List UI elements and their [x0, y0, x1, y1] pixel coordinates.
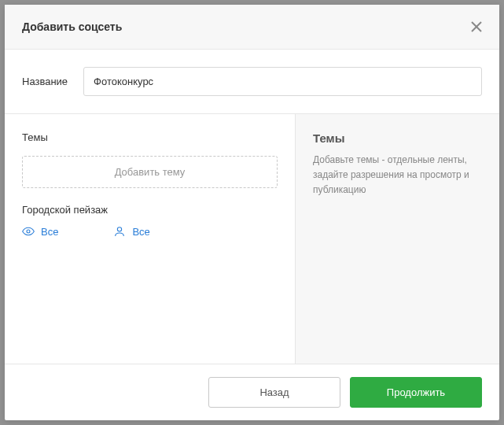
- theme-title: Городской пейзаж: [22, 204, 278, 216]
- author-permission[interactable]: Все: [113, 225, 149, 238]
- help-title: Темы: [313, 131, 482, 145]
- continue-button-label: Продолжить: [387, 386, 445, 398]
- svg-point-3: [118, 227, 122, 231]
- user-icon: [113, 225, 126, 238]
- close-button[interactable]: [471, 19, 482, 35]
- modal-body: Темы Добавить тему Городской пейзаж Все: [5, 114, 499, 364]
- themes-heading: Темы: [22, 131, 278, 143]
- continue-button[interactable]: Продолжить: [350, 377, 482, 408]
- view-permission-text: Все: [41, 226, 58, 238]
- back-button-label: Назад: [259, 386, 289, 398]
- theme-item: Городской пейзаж Все Все: [22, 204, 278, 238]
- eye-icon: [22, 225, 35, 238]
- add-theme-label: Добавить тему: [115, 166, 186, 178]
- modal-header: Добавить соцсеть: [5, 5, 499, 50]
- svg-point-2: [27, 230, 30, 233]
- author-permission-text: Все: [132, 226, 149, 238]
- add-social-modal: Добавить соцсеть Название Темы Добавить …: [5, 5, 499, 420]
- close-icon: [471, 18, 482, 35]
- modal-title: Добавить соцсеть: [22, 20, 122, 33]
- back-button[interactable]: Назад: [208, 377, 340, 408]
- modal-footer: Назад Продолжить: [5, 364, 499, 420]
- help-description: Добавьте темы - отдельные ленты, задайте…: [313, 153, 482, 198]
- theme-permissions: Все Все: [22, 225, 278, 238]
- name-label: Название: [22, 76, 68, 87]
- name-input[interactable]: [83, 67, 482, 96]
- name-section: Название: [5, 50, 499, 114]
- add-theme-button[interactable]: Добавить тему: [22, 156, 278, 188]
- themes-panel: Темы Добавить тему Городской пейзаж Все: [5, 114, 296, 364]
- help-panel: Темы Добавьте темы - отдельные ленты, за…: [296, 114, 499, 364]
- view-permission[interactable]: Все: [22, 225, 58, 238]
